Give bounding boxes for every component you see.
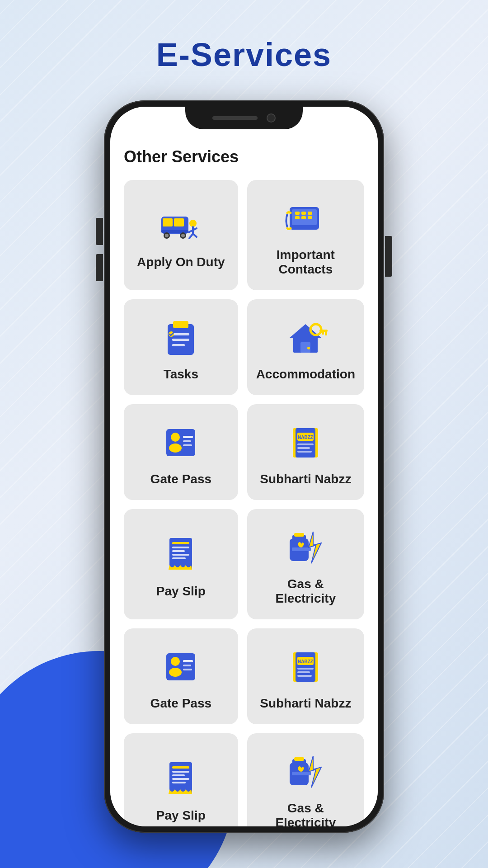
svg-text:NABZZ: NABZZ xyxy=(298,659,313,664)
svg-rect-39 xyxy=(183,436,193,438)
page-title: E-Services xyxy=(156,36,332,73)
card-tasks[interactable]: Tasks xyxy=(124,299,238,395)
svg-point-37 xyxy=(171,433,180,442)
svg-rect-41 xyxy=(183,444,192,446)
svg-rect-72 xyxy=(297,675,312,677)
notch-camera xyxy=(267,113,276,123)
svg-rect-33 xyxy=(319,330,328,332)
svg-rect-65 xyxy=(183,669,192,670)
svg-point-7 xyxy=(181,234,185,237)
svg-marker-59 xyxy=(309,532,321,563)
pay-slip-label: Pay Slip xyxy=(156,584,206,599)
apply-on-duty-label: Apply On Duty xyxy=(137,255,225,269)
svg-point-31 xyxy=(307,347,310,349)
svg-rect-1 xyxy=(163,218,173,226)
gate-pass-label: Gate Pass xyxy=(150,472,211,486)
svg-point-5 xyxy=(165,234,169,237)
important-contacts-icon xyxy=(285,198,326,239)
svg-rect-47 xyxy=(297,447,310,449)
svg-rect-71 xyxy=(297,671,310,673)
pay-slip-2-icon xyxy=(160,759,201,799)
svg-rect-26 xyxy=(172,344,185,346)
card-gas-electricity-2[interactable]: Gas & Electricity xyxy=(247,733,364,826)
svg-rect-51 xyxy=(172,547,189,548)
card-subharti-nabzz[interactable]: NABZZ Subharti Nabzz xyxy=(247,404,364,500)
svg-point-8 xyxy=(189,220,197,227)
pay-slip-2-label: Pay Slip xyxy=(156,808,206,823)
phone-mockup: Other Services xyxy=(104,100,384,833)
svg-marker-83 xyxy=(309,756,321,788)
svg-rect-24 xyxy=(172,333,189,335)
subharti-nabzz-label: Subharti Nabzz xyxy=(260,472,351,486)
gate-pass-2-icon xyxy=(160,646,201,687)
gas-electricity-2-icon xyxy=(285,751,326,792)
svg-rect-53 xyxy=(172,554,189,556)
card-gas-electricity[interactable]: Gas & Electricity xyxy=(247,509,364,619)
important-contacts-label: Important Contacts xyxy=(256,248,355,277)
gate-pass-2-label: Gate Pass xyxy=(150,696,211,711)
card-pay-slip[interactable]: Pay Slip xyxy=(124,509,238,619)
services-grid: Apply On Duty xyxy=(124,180,364,826)
gate-pass-icon xyxy=(160,422,201,463)
tasks-icon xyxy=(160,317,201,358)
svg-rect-48 xyxy=(297,451,312,453)
gas-electricity-2-label: Gas & Electricity xyxy=(256,801,355,826)
svg-rect-76 xyxy=(172,774,185,776)
svg-text:NABZZ: NABZZ xyxy=(298,435,313,440)
svg-rect-50 xyxy=(172,542,189,544)
svg-rect-67 xyxy=(296,652,315,682)
svg-rect-35 xyxy=(322,332,324,335)
side-button-right xyxy=(385,236,392,277)
side-button-left1 xyxy=(96,218,103,245)
svg-rect-16 xyxy=(295,212,300,215)
accommodation-icon xyxy=(285,317,326,358)
phone-notch xyxy=(185,107,303,129)
phone-content: Other Services xyxy=(110,107,378,826)
svg-rect-18 xyxy=(308,212,312,215)
svg-line-13 xyxy=(193,234,197,237)
card-gate-pass[interactable]: Gate Pass xyxy=(124,404,238,500)
card-pay-slip-2[interactable]: Pay Slip xyxy=(124,733,238,826)
card-important-contacts[interactable]: Important Contacts xyxy=(247,180,364,290)
svg-point-62 xyxy=(169,668,182,677)
notch-bar xyxy=(212,116,258,120)
side-button-left2 xyxy=(96,254,103,281)
gas-electricity-label: Gas & Electricity xyxy=(256,577,355,606)
apply-on-duty-icon xyxy=(160,205,201,246)
pay-slip-icon xyxy=(160,534,201,575)
card-accommodation[interactable]: Accommodation xyxy=(247,299,364,395)
svg-rect-64 xyxy=(183,665,191,666)
svg-rect-34 xyxy=(325,332,327,335)
svg-rect-78 xyxy=(172,782,186,783)
svg-rect-70 xyxy=(297,668,314,670)
subharti-nabzz-2-label: Subharti Nabzz xyxy=(260,696,351,711)
svg-rect-60 xyxy=(166,653,195,680)
svg-rect-63 xyxy=(183,660,193,662)
card-subharti-nabzz-2[interactable]: NABZZ Subharti Nabzz xyxy=(247,628,364,724)
svg-rect-74 xyxy=(172,766,189,769)
svg-rect-23 xyxy=(173,321,188,328)
card-apply-on-duty[interactable]: Apply On Duty xyxy=(124,180,238,290)
gas-electricity-icon xyxy=(285,527,326,568)
section-title: Other Services xyxy=(124,147,364,166)
svg-rect-3 xyxy=(161,230,188,233)
tasks-label: Tasks xyxy=(164,367,198,382)
svg-rect-2 xyxy=(174,218,184,226)
svg-point-61 xyxy=(171,657,180,666)
svg-rect-36 xyxy=(166,429,195,456)
subharti-nabzz-icon: NABZZ xyxy=(285,422,326,463)
svg-rect-57 xyxy=(294,533,304,537)
svg-rect-19 xyxy=(295,216,300,219)
card-gate-pass-2[interactable]: Gate Pass xyxy=(124,628,238,724)
subharti-nabzz-2-icon: NABZZ xyxy=(285,646,326,687)
svg-rect-20 xyxy=(301,216,306,219)
svg-rect-77 xyxy=(172,778,189,780)
accommodation-label: Accommodation xyxy=(256,367,355,382)
svg-rect-21 xyxy=(308,216,312,219)
svg-rect-40 xyxy=(183,440,191,442)
svg-rect-81 xyxy=(294,757,304,761)
svg-rect-17 xyxy=(301,212,306,215)
svg-rect-43 xyxy=(296,428,315,458)
svg-point-38 xyxy=(169,443,182,453)
svg-rect-52 xyxy=(172,550,185,552)
